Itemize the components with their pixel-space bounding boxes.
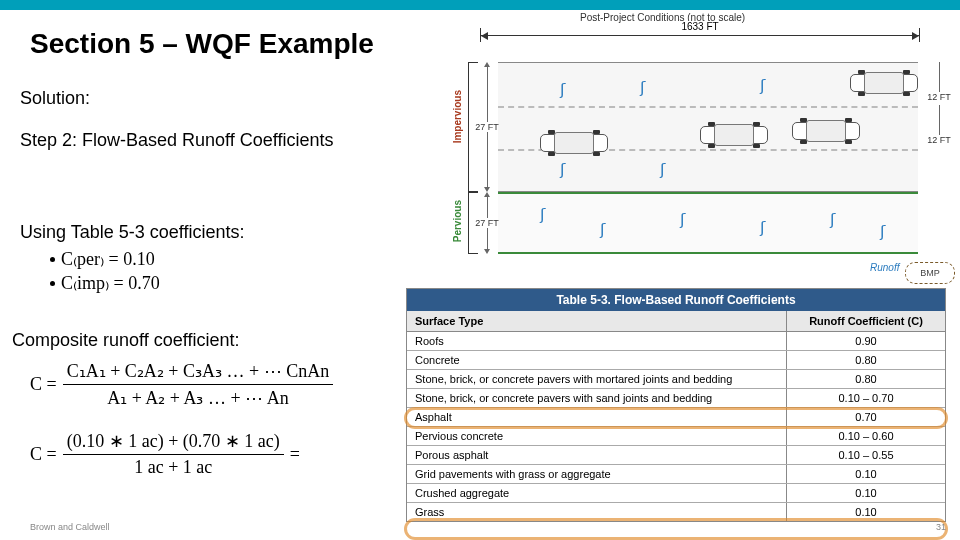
runoff-squiggle-icon: ʃ xyxy=(600,220,605,239)
lane-dim-1: 12 FT xyxy=(924,62,954,105)
cell-surface: Stone, brick, or concrete pavers with mo… xyxy=(407,370,787,388)
solution-label: Solution: xyxy=(20,88,90,109)
formula-numerator: C₁A₁ + C₂A₂ + C₃A₃ … + ⋯ CnAn xyxy=(63,360,333,382)
impervious-label: Impervious xyxy=(452,90,463,143)
pervious-strip xyxy=(498,192,918,254)
bullet-icon xyxy=(50,257,55,262)
pervious-label: Pervious xyxy=(452,200,463,242)
footer-author: Brown and Caldwell xyxy=(30,522,110,532)
formula-denominator: A₁ + A₂ + A₃ … + ⋯ An xyxy=(103,387,292,409)
cell-coeff: 0.90 xyxy=(787,332,945,350)
table-row: Porous asphalt0.10 – 0.55 xyxy=(407,446,945,465)
slide-body: Section 5 – WQF Example Solution: Step 2… xyxy=(0,10,960,540)
cell-surface: Concrete xyxy=(407,351,787,369)
formula-plugged: C = (0.10 ∗ 1 ac) + (0.70 ∗ 1 ac) 1 ac +… xyxy=(30,430,300,478)
lane-dim-2: 12 FT xyxy=(924,105,954,148)
formula-lhs: C = xyxy=(30,444,57,465)
car-icon xyxy=(700,122,768,148)
table-title: Table 5-3. Flow-Based Runoff Coefficient… xyxy=(407,289,945,311)
using-label: Using Table 5-3 coefficients: xyxy=(20,222,244,243)
bullet-icon xyxy=(50,281,55,286)
table-row: Pervious concrete0.10 – 0.60 xyxy=(407,427,945,446)
section-title: Section 5 – WQF Example xyxy=(30,28,374,60)
table-header: Surface Type Runoff Coefficient (C) xyxy=(407,311,945,332)
cell-surface: Asphalt xyxy=(407,408,787,426)
runoff-squiggle-icon: ʃ xyxy=(880,222,885,241)
composite-label: Composite runoff coefficient: xyxy=(12,330,239,351)
cell-surface: Grass xyxy=(407,503,787,521)
c-per: C₍per₎ = 0.10 xyxy=(61,248,155,270)
cell-coeff: 0.10 xyxy=(787,465,945,483)
th-surface: Surface Type xyxy=(407,311,787,331)
bmp-box: BMP xyxy=(905,262,955,284)
formula-lhs: C = xyxy=(30,374,57,395)
cell-surface: Roofs xyxy=(407,332,787,350)
table-row: Grass0.10 xyxy=(407,503,945,521)
runoff-label: Runoff xyxy=(870,262,899,273)
table-row: Stone, brick, or concrete pavers with sa… xyxy=(407,389,945,408)
car-icon xyxy=(792,118,860,144)
cell-coeff: 0.80 xyxy=(787,370,945,388)
cell-coeff: 0.80 xyxy=(787,351,945,369)
equals: = xyxy=(290,444,300,465)
coeff-table: Table 5-3. Flow-Based Runoff Coefficient… xyxy=(406,288,946,522)
table-row: Concrete0.80 xyxy=(407,351,945,370)
formula-numerator: (0.10 ∗ 1 ac) + (0.70 ∗ 1 ac) xyxy=(63,430,284,452)
formula-general: C = C₁A₁ + C₂A₂ + C₃A₃ … + ⋯ CnAn A₁ + A… xyxy=(30,360,333,409)
cell-coeff: 0.70 xyxy=(787,408,945,426)
accent-bar xyxy=(0,0,960,10)
th-coeff: Runoff Coefficient (C) xyxy=(787,311,945,331)
horizontal-dimension: 1633 FT xyxy=(480,28,920,42)
runoff-squiggle-icon: ʃ xyxy=(760,76,765,95)
table-row: Crushed aggregate0.10 xyxy=(407,484,945,503)
runoff-squiggle-icon: ʃ xyxy=(640,78,645,97)
cell-surface: Stone, brick, or concrete pavers with sa… xyxy=(407,389,787,407)
cell-surface: Grid pavements with grass or aggregate xyxy=(407,465,787,483)
cell-coeff: 0.10 xyxy=(787,484,945,502)
cell-surface: Crushed aggregate xyxy=(407,484,787,502)
cell-coeff: 0.10 – 0.60 xyxy=(787,427,945,445)
step-label: Step 2: Flow-Based Runoff Coefficients xyxy=(20,130,380,152)
cell-coeff: 0.10 – 0.55 xyxy=(787,446,945,464)
runoff-squiggle-icon: ʃ xyxy=(540,205,545,224)
table-body: Roofs0.90Concrete0.80Stone, brick, or co… xyxy=(407,332,945,521)
car-icon xyxy=(540,130,608,156)
footer-page: 31 xyxy=(936,522,946,532)
table-row: Stone, brick, or concrete pavers with mo… xyxy=(407,370,945,389)
runoff-squiggle-icon: ʃ xyxy=(560,80,565,99)
width-label: 1633 FT xyxy=(677,21,722,32)
runoff-squiggle-icon: ʃ xyxy=(830,210,835,229)
c-imp: C₍imp₎ = 0.70 xyxy=(61,272,160,294)
cell-coeff: 0.10 xyxy=(787,503,945,521)
coefficient-list: C₍per₎ = 0.10 C₍imp₎ = 0.70 xyxy=(50,248,160,296)
depth-dim-impervious: 27 FT xyxy=(480,62,494,192)
runoff-squiggle-icon: ʃ xyxy=(760,218,765,237)
runoff-squiggle-icon: ʃ xyxy=(560,160,565,179)
runoff-squiggle-icon: ʃ xyxy=(660,160,665,179)
cell-surface: Porous asphalt xyxy=(407,446,787,464)
cell-coeff: 0.10 – 0.70 xyxy=(787,389,945,407)
table-row: Asphalt0.70 xyxy=(407,408,945,427)
runoff-squiggle-icon: ʃ xyxy=(680,210,685,229)
table-row: Grid pavements with grass or aggregate0.… xyxy=(407,465,945,484)
depth-dim-pervious: 27 FT xyxy=(480,192,494,254)
table-row: Roofs0.90 xyxy=(407,332,945,351)
car-icon xyxy=(850,70,918,96)
lane-dash xyxy=(498,106,918,108)
cell-surface: Pervious concrete xyxy=(407,427,787,445)
formula-denominator: 1 ac + 1 ac xyxy=(130,457,216,478)
